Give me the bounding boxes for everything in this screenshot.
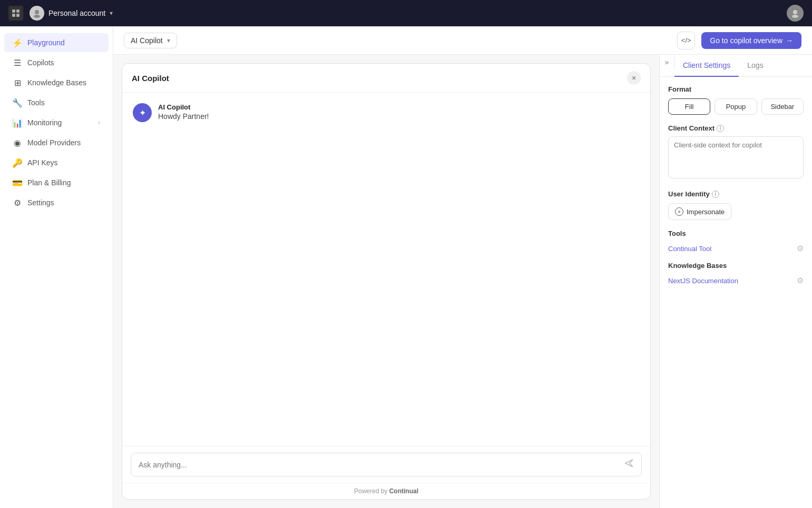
format-sidebar-button[interactable]: Sidebar (761, 98, 804, 115)
sidebar-item-tools[interactable]: 🔧 Tools (4, 93, 109, 112)
client-context-textarea[interactable] (668, 136, 804, 178)
sidebar-item-knowledge-bases[interactable]: ⊞ Knowledge Bases (4, 73, 109, 92)
playground-icon: ⚡ (13, 38, 22, 47)
app-logo (8, 6, 23, 21)
chevron-down-icon: ▾ (167, 37, 170, 44)
message-sender: AI Copilot (158, 103, 209, 111)
gear-icon[interactable]: ⚙ (797, 244, 804, 253)
tools-label: Tools (668, 230, 804, 237)
copilot-selector[interactable]: AI Copilot ▾ (124, 33, 177, 48)
avatar-icon: ✦ (139, 108, 146, 118)
svg-rect-1 (16, 9, 19, 13)
format-label: Format (668, 85, 804, 93)
sidebar-item-label: Model Providers (27, 138, 81, 147)
sidebar-item-playground[interactable]: ⚡ Playground (4, 33, 109, 52)
svg-point-4 (35, 10, 39, 14)
copilots-icon: ☰ (13, 58, 22, 67)
gear-icon[interactable]: ⚙ (797, 276, 804, 285)
account-selector[interactable]: Personal account ▾ (30, 6, 113, 21)
sidebar-item-label: Playground (27, 38, 65, 47)
message-content: AI Copilot Howdy Partner! (158, 103, 209, 121)
collapse-button[interactable]: » (660, 55, 674, 69)
sidebar-item-api-keys[interactable]: 🔑 API Keys (4, 153, 109, 172)
sidebar-item-label: Tools (27, 98, 45, 107)
sidebar-item-label: Settings (27, 198, 54, 207)
model-providers-icon: ◉ (13, 138, 22, 147)
chat-close-button[interactable]: × (627, 71, 641, 85)
settings-icon: ⚙ (13, 198, 22, 207)
kb-link-nextjs[interactable]: NextJS Documentation (668, 277, 738, 285)
sidebar-item-plan-billing[interactable]: 💳 Plan & Billing (4, 173, 109, 192)
sidebar-item-label: Knowledge Bases (27, 78, 86, 87)
kb-label: Knowledge Bases (668, 262, 804, 270)
svg-rect-3 (16, 14, 19, 17)
code-button[interactable]: </> (677, 32, 695, 49)
chat-input[interactable] (139, 461, 620, 469)
send-button[interactable] (624, 459, 634, 471)
message-avatar: ✦ (133, 103, 152, 122)
knowledge-bases-icon: ⊞ (13, 78, 22, 87)
sidebar-item-settings[interactable]: ⚙ Settings (4, 193, 109, 212)
svg-point-5 (34, 15, 40, 18)
info-icon[interactable]: i (717, 125, 724, 132)
right-panel-inner: Format Fill Popup Sidebar Client Context… (660, 77, 812, 508)
format-fill-button[interactable]: Fill (668, 98, 710, 115)
chat-footer (122, 446, 650, 483)
sidebar-item-copilots[interactable]: ☰ Copilots (4, 53, 109, 72)
sidebar-item-model-providers[interactable]: ◉ Model Providers (4, 133, 109, 152)
tab-client-settings[interactable]: Client Settings (674, 55, 739, 77)
monitoring-icon: 📊 (13, 118, 22, 127)
info-icon[interactable]: i (712, 191, 719, 198)
chat-window: AI Copilot × ✦ AI Copilot Howdy (122, 63, 651, 500)
two-col-area: AI Copilot × ✦ AI Copilot Howdy (113, 55, 812, 508)
sidebar-item-label: API Keys (27, 158, 58, 167)
account-avatar (30, 6, 44, 21)
content-area: AI Copilot ▾ </> Go to copilot overview … (113, 26, 812, 508)
svg-point-7 (792, 15, 798, 18)
user-identity-section: User Identity i + Impersonate (668, 190, 804, 230)
copilot-selector-label: AI Copilot (131, 36, 163, 45)
goto-copilot-button[interactable]: Go to copilot overview → (701, 32, 801, 49)
client-context-section: Client Context i (668, 124, 804, 190)
chevron-down-icon: ▾ (110, 9, 113, 17)
main-layout: ⚡ Playground ☰ Copilots ⊞ Knowledge Base… (0, 26, 812, 508)
api-keys-icon: 🔑 (13, 158, 22, 167)
svg-rect-0 (12, 9, 15, 13)
sidebar-item-label: Plan & Billing (27, 178, 71, 187)
format-popup-button[interactable]: Popup (715, 98, 757, 115)
tool-link-continual[interactable]: Continual Tool (668, 245, 711, 253)
impersonate-button[interactable]: + Impersonate (668, 203, 731, 220)
message-text: Howdy Partner! (158, 112, 209, 121)
kb-item-nextjs: NextJS Documentation ⚙ (668, 274, 804, 287)
user-identity-label: User Identity i (668, 190, 804, 198)
tools-icon: 🔧 (13, 98, 22, 107)
knowledge-bases-section: Knowledge Bases NextJS Documentation ⚙ (668, 262, 804, 287)
topbar: Personal account ▾ (0, 0, 812, 26)
tab-logs[interactable]: Logs (739, 55, 771, 77)
sidebar-item-label: Monitoring (27, 118, 62, 127)
chevron-right-icon: › (98, 119, 100, 126)
powered-by: Powered by Continual (122, 483, 650, 499)
code-icon: </> (681, 36, 691, 44)
chat-messages: ✦ AI Copilot Howdy Partner! (122, 93, 650, 446)
tool-item-continual: Continual Tool ⚙ (668, 242, 804, 255)
collapse-icon: » (665, 58, 669, 66)
tools-section: Tools Continual Tool ⚙ (668, 230, 804, 255)
svg-rect-2 (12, 14, 15, 17)
chat-input-row (131, 453, 642, 476)
chat-title: AI Copilot (132, 74, 169, 83)
impersonate-icon: + (675, 207, 683, 216)
user-avatar[interactable] (787, 5, 804, 22)
message-row: ✦ AI Copilot Howdy Partner! (133, 103, 640, 122)
header-bar: AI Copilot ▾ </> Go to copilot overview … (113, 26, 812, 55)
tabs-row: Client Settings Logs (674, 55, 812, 76)
right-top-row: » Client Settings Logs (660, 55, 812, 77)
sidebar: ⚡ Playground ☰ Copilots ⊞ Knowledge Base… (0, 26, 113, 508)
send-icon (624, 459, 634, 471)
sidebar-item-monitoring[interactable]: 📊 Monitoring › (4, 113, 109, 132)
format-row: Fill Popup Sidebar (668, 98, 804, 115)
account-name: Personal account (48, 9, 105, 17)
chat-title-bar: AI Copilot × (122, 64, 650, 93)
right-panel: » Client Settings Logs Format (659, 55, 812, 508)
chat-panel: AI Copilot × ✦ AI Copilot Howdy (113, 55, 659, 508)
